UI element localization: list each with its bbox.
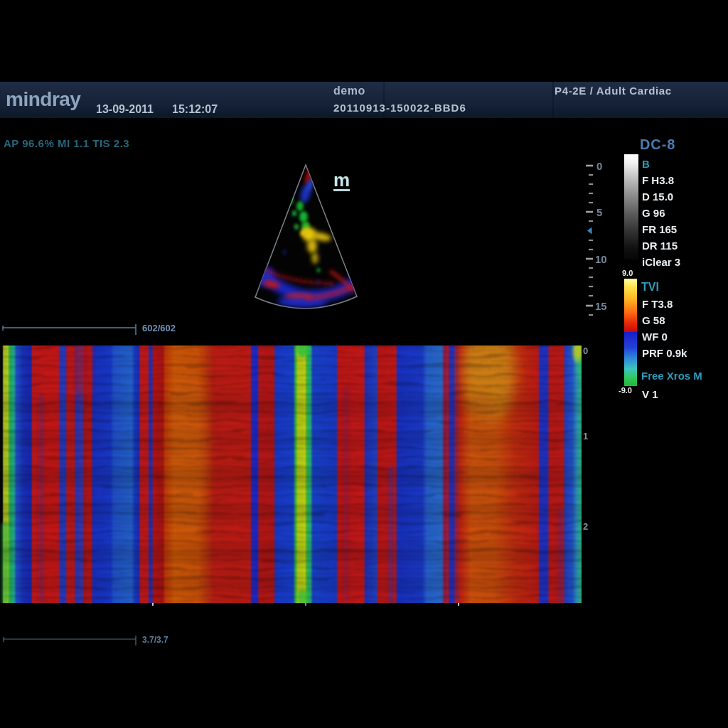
svg-text:602/602: 602/602 — [142, 323, 176, 333]
svg-text:0: 0 — [596, 160, 602, 172]
svg-text:5: 5 — [596, 206, 602, 218]
svg-text:10: 10 — [595, 253, 607, 265]
svg-text:15: 15 — [595, 300, 607, 312]
svg-text:3.7/3.7: 3.7/3.7 — [142, 635, 168, 645]
